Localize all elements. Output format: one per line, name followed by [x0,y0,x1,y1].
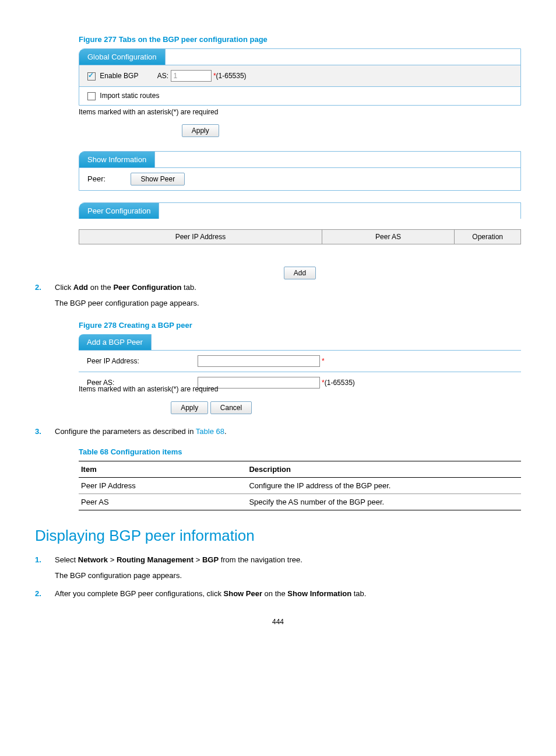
table-68-head-item: Item [79,461,247,478]
table-row: Peer IP Address Configure the IP address… [79,478,521,494]
as-input[interactable] [171,70,212,82]
as-label: AS: [157,72,168,80]
figure-277-caption: Figure 277 Tabs on the BGP peer configur… [79,35,521,44]
add-peer-panel: Add a BGP Peer Peer IP Address: * Peer A… [79,334,521,393]
figure-278-body: Add a BGP Peer Peer IP Address: * Peer A… [79,334,521,416]
enable-bgp-label: Enable BGP [100,72,138,80]
global-config-panel: Global Configuration Enable BGP AS: *(1-… [79,48,521,106]
step-2: 2. Click Add on the Peer Configuration t… [35,282,521,310]
tab-add-bgp-peer[interactable]: Add a BGP Peer [79,334,152,350]
peer-table-col-op: Operation [455,229,521,244]
page-number: 444 [35,618,521,626]
import-static-checkbox[interactable] [87,92,96,100]
show-info-tabstrip: Show Information [79,152,520,168]
table-68-head-desc: Description [247,461,521,478]
peer-as-hint: (1-65535) [325,379,355,387]
disp-step-1-sub: The BGP configuration page appears. [55,570,521,582]
step-2-sub: The BGP peer configuration page appears. [55,298,521,310]
figure-277-body: Global Configuration Enable BGP AS: *(1-… [79,48,521,282]
step-3-num: 3. [35,426,41,438]
section-heading: Displaying BGP peer information [35,527,521,545]
add-button[interactable]: Add [284,267,316,279]
peer-ip-label: Peer IP Address: [79,351,189,372]
disp-step-2-num: 2. [35,588,41,600]
tab-show-information[interactable]: Show Information [79,152,155,167]
peer-table: Peer IP Address Peer AS Operation [79,229,521,244]
peer-config-panel: Peer Configuration [79,202,521,219]
tab-global-configuration[interactable]: Global Configuration [79,49,166,65]
table-68: Item Description Peer IP Address Configu… [79,461,521,510]
apply-button-global[interactable]: Apply [182,124,219,137]
add-peer-tabstrip: Add a BGP Peer [79,334,521,351]
tab-peer-configuration[interactable]: Peer Configuration [79,203,159,219]
step-2-num: 2. [35,282,41,294]
as-hint: (1-65535) [216,72,247,80]
apply-button-peer[interactable]: Apply [171,401,208,414]
enable-bgp-checkbox[interactable] [87,72,96,80]
peer-config-tabstrip: Peer Configuration [79,203,520,219]
peer-table-col-ip: Peer IP Address [79,229,322,244]
table-row: Peer AS Specify the AS number of the BGP… [79,494,521,510]
step-3: 3. Configure the parameters as described… [35,426,521,438]
import-static-label: Import static routes [100,92,159,100]
show-info-panel: Show Information Peer: Show Peer [79,151,521,191]
peer-label: Peer: [87,174,105,183]
disp-step-1-num: 1. [35,554,41,566]
table-68-caption: Table 68 Configuration items [79,447,521,456]
table-68-link[interactable]: Table 68 [196,427,224,436]
display-steps: 1. Select Network > Routing Management >… [35,554,521,600]
figure-278-caption: Figure 278 Creating a BGP peer [79,321,521,330]
peer-ip-input[interactable] [198,355,320,367]
global-config-tabstrip: Global Configuration [79,49,520,65]
required-note-1: Items marked with an asterisk(*) are req… [79,108,521,116]
cancel-button[interactable]: Cancel [210,401,252,414]
peer-table-col-as: Peer AS [322,229,454,244]
show-peer-button[interactable]: Show Peer [131,173,185,186]
